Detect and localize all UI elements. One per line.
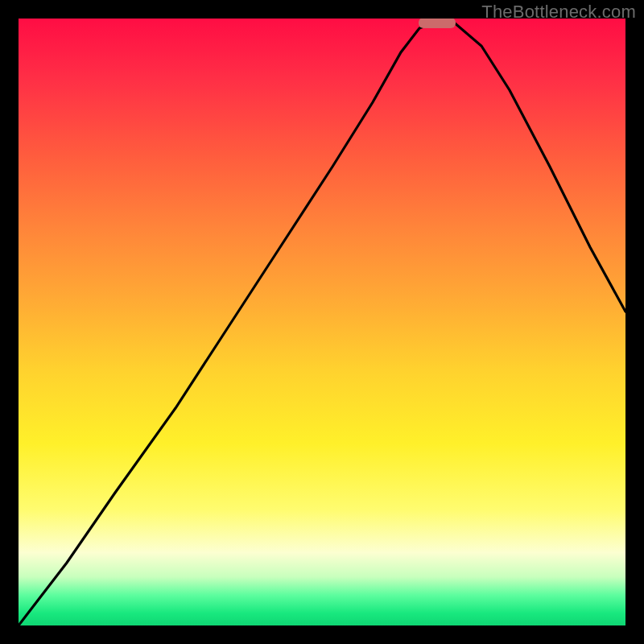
watermark-text: TheBottleneck.com [481, 2, 636, 23]
chart-frame: TheBottleneck.com [0, 0, 644, 644]
bottleneck-curve [19, 22, 625, 625]
plot-area [19, 19, 625, 625]
optimal-marker [419, 19, 456, 28]
curve-layer [19, 19, 625, 625]
